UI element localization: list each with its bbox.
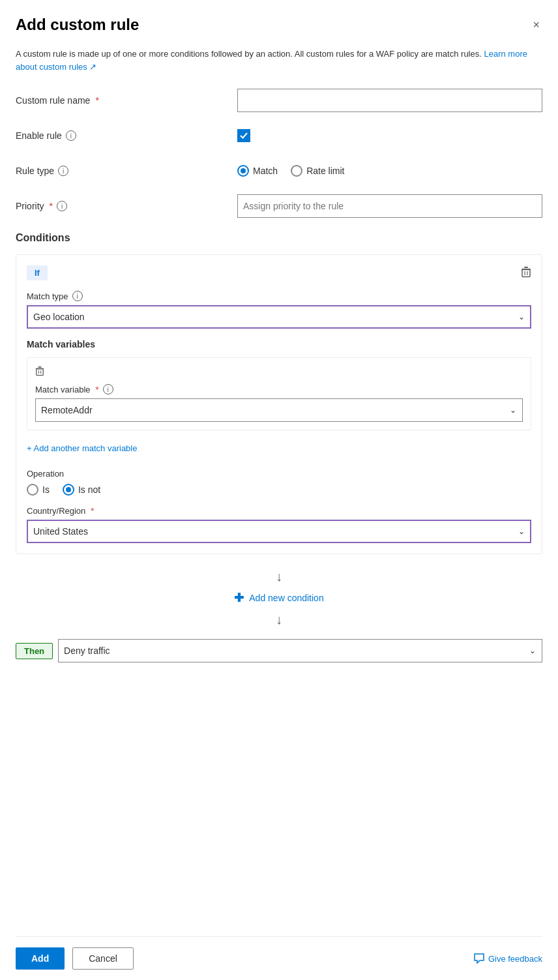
custom-rule-name-label: Custom rule name * bbox=[16, 95, 237, 106]
match-variable-card: Match variable * i RemoteAddr RequestMet… bbox=[27, 357, 531, 430]
svg-rect-2 bbox=[522, 269, 530, 276]
match-variable-required: * bbox=[96, 385, 99, 394]
add-condition-button[interactable]: ✚ Add new condition bbox=[16, 591, 542, 605]
match-variable-select[interactable]: RemoteAddr RequestMethod QueryString Pos… bbox=[35, 398, 523, 422]
operation-is-not-radio[interactable]: Is not bbox=[63, 484, 100, 496]
checkbox-checked[interactable] bbox=[237, 129, 250, 142]
match-variables-title: Match variables bbox=[27, 339, 531, 349]
dialog-title: Add custom rule bbox=[16, 16, 139, 34]
conditions-section-title: Conditions bbox=[16, 232, 542, 244]
radio-match-outer bbox=[237, 165, 249, 177]
operation-is-label: Is bbox=[42, 484, 50, 495]
trash-svg bbox=[521, 266, 531, 278]
rule-type-rate-limit-label: Rate limit bbox=[306, 166, 344, 176]
match-variable-field-label: Match variable * i bbox=[35, 384, 523, 394]
rule-type-match-radio[interactable]: Match bbox=[237, 165, 278, 177]
match-variables-section: Match variables Match variable bbox=[27, 339, 531, 464]
add-condition-plus-icon: ✚ bbox=[234, 591, 244, 605]
operation-section: Operation Is Is not bbox=[27, 469, 531, 496]
svg-rect-1 bbox=[524, 267, 528, 268]
trash-mv-svg bbox=[35, 366, 44, 376]
dialog-header: Add custom rule × bbox=[16, 16, 542, 35]
svg-rect-9 bbox=[40, 370, 41, 374]
svg-rect-3 bbox=[525, 271, 525, 275]
rule-type-info-icon[interactable]: i bbox=[58, 166, 68, 176]
description-body: A custom rule is made up of one or more … bbox=[16, 49, 482, 59]
operation-is-not-label: Is not bbox=[78, 484, 100, 495]
country-region-select[interactable]: United States China Russia Germany Unite… bbox=[27, 520, 531, 543]
radio-rate-limit-outer bbox=[291, 165, 302, 177]
country-region-section: Country/Region * United States China Rus… bbox=[27, 506, 531, 543]
rule-type-label: Rule type i bbox=[16, 166, 237, 176]
condition-delete-icon[interactable] bbox=[521, 266, 531, 280]
radio-match-inner bbox=[241, 168, 246, 173]
required-indicator: * bbox=[95, 95, 98, 106]
arrow-down-1: ↓ bbox=[16, 570, 542, 583]
custom-rule-name-row: Custom rule name * bbox=[16, 89, 542, 112]
add-match-variable-link[interactable]: + Add another match variable bbox=[27, 443, 137, 453]
match-type-select[interactable]: Geo location IP address Request header R… bbox=[27, 305, 531, 329]
if-badge: If bbox=[27, 265, 48, 280]
country-region-required: * bbox=[91, 506, 94, 516]
match-type-field-label: Match type i bbox=[27, 291, 531, 301]
add-button[interactable]: Add bbox=[16, 947, 65, 970]
rule-type-radio-group: Match Rate limit bbox=[237, 165, 344, 177]
radio-is-not-outer bbox=[63, 484, 74, 496]
country-region-field-label: Country/Region * bbox=[27, 506, 531, 516]
priority-row: Priority * i bbox=[16, 194, 542, 218]
rule-type-row: Rule type i Match Rate limit bbox=[16, 159, 542, 183]
description-text: A custom rule is made up of one or more … bbox=[16, 48, 542, 73]
condition-card: If Match type i Geo location IP address … bbox=[16, 254, 542, 554]
priority-required-indicator: * bbox=[50, 201, 53, 211]
match-variable-delete-icon[interactable] bbox=[35, 367, 44, 378]
rule-type-match-label: Match bbox=[253, 166, 278, 176]
cancel-button[interactable]: Cancel bbox=[72, 947, 134, 970]
match-type-info-icon[interactable]: i bbox=[72, 291, 83, 301]
operation-radio-group: Is Is not bbox=[27, 484, 531, 496]
feedback-icon bbox=[474, 953, 484, 964]
operation-is-radio[interactable]: Is bbox=[27, 484, 50, 496]
enable-rule-row: Enable rule i bbox=[16, 124, 542, 147]
give-feedback-label: Give feedback bbox=[488, 954, 542, 964]
match-type-select-wrap: Geo location IP address Request header R… bbox=[27, 305, 531, 329]
priority-input[interactable] bbox=[237, 194, 542, 218]
arrow-down-2: ↓ bbox=[16, 613, 542, 626]
country-region-select-wrap: United States China Russia Germany Unite… bbox=[27, 520, 531, 543]
give-feedback-link[interactable]: Give feedback bbox=[474, 953, 542, 964]
then-badge: Then bbox=[16, 643, 53, 659]
match-variable-select-wrap: RemoteAddr RequestMethod QueryString Pos… bbox=[35, 398, 523, 422]
svg-rect-8 bbox=[38, 370, 39, 374]
then-action-select[interactable]: Deny traffic Allow traffic Log bbox=[58, 639, 542, 662]
svg-rect-6 bbox=[38, 366, 41, 368]
priority-label: Priority * i bbox=[16, 201, 237, 211]
add-custom-rule-dialog: Add custom rule × A custom rule is made … bbox=[0, 0, 558, 980]
operation-label: Operation bbox=[27, 469, 531, 479]
svg-rect-7 bbox=[37, 369, 44, 376]
enable-rule-label: Enable rule i bbox=[16, 130, 237, 141]
add-condition-label: Add new condition bbox=[249, 593, 323, 603]
footer-left-buttons: Add Cancel bbox=[16, 947, 134, 970]
radio-is-outer bbox=[27, 484, 38, 496]
svg-rect-4 bbox=[527, 271, 527, 275]
radio-is-not-inner bbox=[66, 487, 71, 492]
match-variable-info-icon[interactable]: i bbox=[103, 384, 113, 394]
then-action-select-wrap: Deny traffic Allow traffic Log ⌄ bbox=[58, 639, 542, 662]
then-section: Then Deny traffic Allow traffic Log ⌄ bbox=[16, 639, 542, 662]
priority-info-icon[interactable]: i bbox=[57, 201, 67, 211]
enable-rule-checkbox[interactable] bbox=[237, 129, 250, 142]
external-link-icon: ↗ bbox=[89, 62, 96, 72]
rule-type-rate-limit-radio[interactable]: Rate limit bbox=[291, 165, 344, 177]
enable-rule-info-icon[interactable]: i bbox=[66, 130, 76, 141]
dialog-footer: Add Cancel Give feedback bbox=[16, 936, 542, 980]
custom-rule-name-input[interactable] bbox=[237, 89, 542, 112]
checkmark-icon bbox=[240, 132, 248, 139]
condition-header: If bbox=[27, 265, 531, 280]
close-button[interactable]: × bbox=[530, 16, 542, 35]
